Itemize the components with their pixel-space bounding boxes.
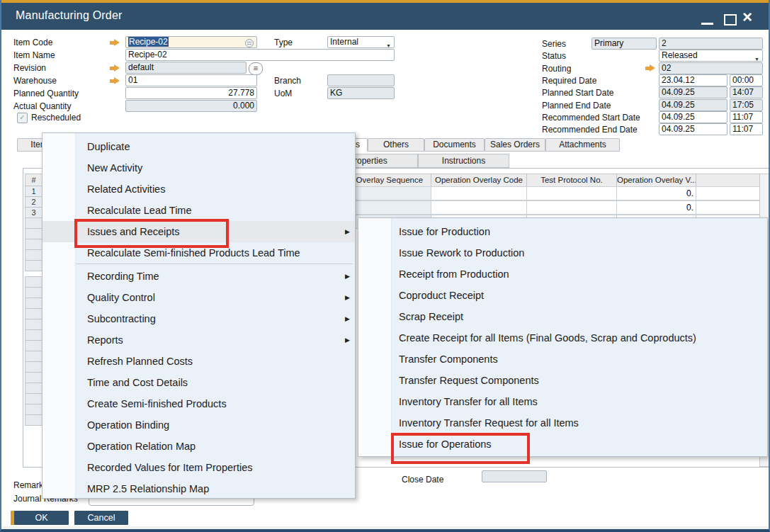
submenu-item-scrap-receipt[interactable]: Scrap Receipt bbox=[358, 306, 767, 327]
item-code-lookup-icon[interactable] bbox=[245, 39, 254, 47]
submenu-arrow-icon: ▶ bbox=[345, 329, 350, 351]
menu-item-operation-binding[interactable]: Operation Binding bbox=[43, 414, 355, 436]
menu-item-duplicate[interactable]: Duplicate bbox=[43, 136, 355, 157]
actual-quantity-field[interactable]: 0.000 bbox=[125, 100, 257, 112]
revision-label: Revision bbox=[13, 63, 46, 73]
empty-row-stub bbox=[25, 319, 43, 330]
submenu-item-receipt-from-production[interactable]: Receipt from Production bbox=[358, 264, 767, 285]
required-time-field[interactable]: 00:00 bbox=[730, 74, 763, 86]
revision-choose-list-button[interactable]: ≡ bbox=[249, 62, 263, 75]
row-number-2[interactable]: 2 bbox=[25, 196, 43, 208]
submenu-item-transfer-request-components[interactable]: Transfer Request Components bbox=[358, 370, 767, 391]
empty-row-stub bbox=[25, 351, 43, 362]
branch-field[interactable] bbox=[327, 74, 395, 86]
tab-attachments[interactable]: Attachments bbox=[545, 138, 620, 152]
col-operation-overlay-value[interactable]: Operation Overlay V... bbox=[616, 174, 696, 187]
recommended-end-date-field[interactable]: 04.09.25 bbox=[659, 123, 727, 135]
grid-row1-test-cell[interactable] bbox=[526, 186, 617, 200]
cancel-button[interactable]: Cancel bbox=[74, 511, 128, 525]
type-label: Type bbox=[274, 38, 293, 47]
routing-link-arrow-icon[interactable] bbox=[645, 64, 656, 72]
rescheduled-checkbox[interactable]: ✓ bbox=[17, 113, 28, 123]
type-dropdown-arrow-icon[interactable]: ▼ bbox=[386, 40, 391, 48]
grid-row1-overlay-cell[interactable]: 0. bbox=[616, 186, 696, 200]
status-dropdown-arrow-icon[interactable]: ▼ bbox=[754, 54, 759, 62]
menu-item-related-activities[interactable]: Related Activities bbox=[43, 179, 355, 200]
row-number-1[interactable]: 1 bbox=[25, 186, 43, 197]
warehouse-link-arrow-icon[interactable] bbox=[109, 77, 120, 85]
recommended-start-date-field[interactable]: 04.09.25 bbox=[659, 111, 727, 123]
submenu-item-transfer-components[interactable]: Transfer Components bbox=[358, 349, 767, 370]
revision-link-arrow-icon[interactable] bbox=[109, 64, 120, 72]
submenu-item-inventory-transfer-for-all-items[interactable]: Inventory Transfer for all Items bbox=[358, 391, 767, 412]
menu-item-create-semi-finished-products[interactable]: Create Semi-finished Products bbox=[43, 393, 355, 414]
planned-quantity-label: Planned Quantity bbox=[13, 89, 79, 98]
submenu-item-issue-rework-to-production[interactable]: Issue Rework to Production bbox=[358, 242, 767, 264]
status-bar bbox=[1, 526, 769, 530]
menu-item-refresh-planned-costs[interactable]: Refresh Planned Costs bbox=[43, 351, 355, 372]
menu-item-operation-relation-map[interactable]: Operation Relation Map bbox=[43, 436, 355, 457]
revision-field[interactable]: default bbox=[125, 62, 247, 74]
tab-others[interactable]: Others bbox=[368, 138, 424, 152]
empty-row-stub bbox=[25, 276, 43, 288]
grid-row2-test-cell[interactable] bbox=[526, 200, 617, 215]
menu-item-recording-time[interactable]: Recording Time ▶ bbox=[43, 266, 355, 287]
planned-end-date-field[interactable]: 04.09.25 bbox=[659, 99, 727, 111]
tab-documents[interactable]: Documents bbox=[424, 138, 485, 152]
menu-item-time-and-cost-details[interactable]: Time and Cost Details bbox=[43, 372, 355, 393]
planned-end-time-field[interactable]: 17:05 bbox=[730, 99, 763, 111]
menu-item-recalculate-lead-time[interactable]: Recalculate Lead Time bbox=[43, 200, 355, 221]
empty-row-stub bbox=[25, 287, 43, 298]
grid-row2-overlay-cell[interactable]: 0. bbox=[616, 200, 696, 215]
item-name-label: Item Name bbox=[13, 50, 55, 60]
col-test-protocol-no[interactable]: Test Protocol No. bbox=[526, 174, 617, 187]
item-code-link-arrow-icon[interactable] bbox=[109, 39, 120, 47]
recommended-start-time-field[interactable]: 11:07 bbox=[730, 111, 763, 123]
warehouse-label: Warehouse bbox=[13, 76, 57, 86]
submenu-item-issue-for-production[interactable]: Issue for Production bbox=[358, 221, 767, 242]
warehouse-field[interactable]: 01 bbox=[125, 74, 257, 86]
window-title: Manufacturing Order bbox=[16, 9, 123, 22]
recommended-end-time-field[interactable]: 11:07 bbox=[730, 123, 763, 135]
empty-row-stub bbox=[25, 260, 43, 271]
submenu-item-inventory-transfer-request-for-all-items[interactable]: Inventory Transfer Request for all Items bbox=[358, 412, 767, 434]
grid-row1-code-cell[interactable] bbox=[431, 186, 527, 200]
planned-quantity-field[interactable]: 27.778 bbox=[125, 87, 257, 99]
menu-item-reports[interactable]: Reports ▶ bbox=[43, 329, 355, 351]
series-field[interactable]: Primary bbox=[591, 38, 657, 50]
col-operation-overlay-code[interactable]: Operation Overlay Code bbox=[431, 174, 527, 187]
menu-item-mrp-25-relationship-map[interactable]: MRP 2.5 Relationship Map bbox=[43, 478, 355, 499]
menu-item-quality-control[interactable]: Quality Control ▶ bbox=[43, 287, 355, 308]
status-dropdown[interactable]: Released ▼ bbox=[659, 50, 763, 62]
menu-item-recorded-values-for-item-properties[interactable]: Recorded Values for Item Properties bbox=[43, 457, 355, 478]
planned-start-date-field[interactable]: 04.09.25 bbox=[659, 86, 727, 98]
titlebar[interactable]: Manufacturing Order × bbox=[1, 3, 769, 30]
close-date-field[interactable] bbox=[482, 470, 547, 482]
minimize-icon[interactable] bbox=[701, 23, 713, 25]
planned-start-date-label: Planned Start Date bbox=[542, 88, 613, 98]
submenu-item-coproduct-receipt[interactable]: Coproduct Receipt bbox=[358, 285, 767, 306]
empty-row-stub bbox=[25, 340, 43, 351]
grid-row2-code-cell[interactable] bbox=[431, 200, 527, 215]
row-number-3[interactable]: 3 bbox=[25, 207, 43, 218]
subtab-instructions[interactable]: Instructions bbox=[418, 154, 509, 168]
checkbox-check-icon: ✓ bbox=[19, 113, 25, 121]
menu-item-subcontracting[interactable]: Subcontracting ▶ bbox=[43, 308, 355, 329]
tab-sales-orders[interactable]: Sales Orders bbox=[485, 138, 545, 152]
item-name-field[interactable]: Recipe-02 bbox=[125, 49, 395, 61]
branch-label: Branch bbox=[274, 76, 301, 86]
uom-field[interactable]: KG bbox=[327, 87, 395, 99]
ok-button[interactable]: OK bbox=[14, 511, 69, 525]
maximize-icon[interactable] bbox=[724, 14, 737, 26]
required-date-field[interactable]: 23.04.12 bbox=[659, 74, 727, 86]
item-code-field[interactable]: Recipe-02 bbox=[125, 36, 257, 48]
series-number-field[interactable]: 2 bbox=[659, 38, 763, 50]
menu-item-new-activity[interactable]: New Activity bbox=[43, 157, 355, 179]
routing-field[interactable]: 02 bbox=[659, 62, 763, 74]
uom-label: UoM bbox=[274, 89, 292, 98]
planned-start-time-field[interactable]: 14:07 bbox=[730, 86, 763, 98]
submenu-item-create-receipt-for-all-items[interactable]: Create Receipt for all Items (Final Good… bbox=[358, 327, 767, 349]
type-dropdown[interactable]: Internal ▼ bbox=[327, 36, 395, 48]
issues-and-receipts-submenu: Issue for Production Issue Rework to Pro… bbox=[358, 217, 768, 457]
close-icon[interactable]: × bbox=[742, 7, 752, 27]
